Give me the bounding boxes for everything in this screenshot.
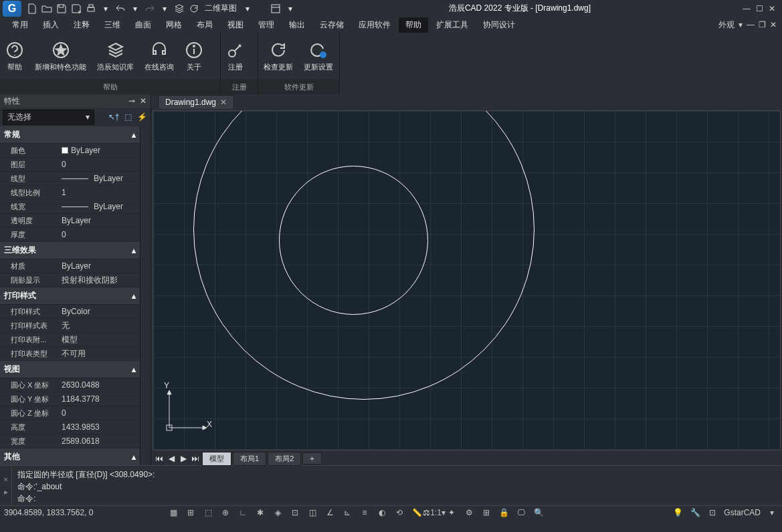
tab-prev-icon[interactable]: ◀ (166, 453, 177, 464)
menu-surface[interactable]: 曲面 (128, 17, 158, 33)
circle-inner[interactable] (279, 166, 428, 315)
menu-collab[interactable]: 协同设计 (476, 17, 522, 33)
save-icon[interactable] (55, 2, 68, 15)
osnap-icon[interactable]: ⊡ (289, 507, 301, 519)
menu-help[interactable]: 帮助 (399, 17, 428, 33)
tab-close-icon[interactable]: ✕ (220, 98, 227, 107)
whatsnew-button[interactable]: 新增和特色功能 (29, 33, 92, 80)
cycle-icon[interactable]: ⟲ (393, 507, 405, 519)
viewport[interactable]: X Y (153, 110, 781, 450)
tab-layout2[interactable]: 布局2 (268, 452, 301, 466)
prop-value[interactable]: 1433.9853 (62, 422, 140, 432)
prop-row[interactable]: 阴影显示投射和接收阴影 (0, 273, 140, 287)
hardware-icon[interactable]: 🔧 (689, 507, 701, 519)
cmd-input[interactable]: 命令: (17, 493, 777, 505)
checkupdate-button[interactable]: 检查更新 (258, 33, 298, 80)
annovis-icon[interactable]: ✦ (446, 507, 458, 519)
chevron-down-icon[interactable]: ▾ (128, 2, 142, 15)
chevron-down-icon[interactable]: ▾ (158, 2, 171, 15)
menu-ext[interactable]: 扩展工具 (429, 17, 475, 33)
prop-value[interactable]: 投射和接收阴影 (62, 275, 140, 286)
help-button[interactable]: 帮助 (0, 33, 29, 80)
close-icon[interactable]: ✕ (769, 4, 775, 13)
filter-icon[interactable]: ⚡ (136, 111, 148, 123)
dyn-icon[interactable]: ⊕ (219, 507, 231, 519)
isolate-icon[interactable]: 💡 (672, 507, 684, 519)
menu-3d[interactable]: 三维 (98, 17, 127, 33)
new-icon[interactable] (25, 2, 39, 15)
grid-icon[interactable]: ▦ (167, 507, 179, 519)
ducs-icon[interactable]: ⊾ (341, 507, 353, 519)
mdi-minimize-icon[interactable]: — (747, 20, 755, 29)
3dosnap-icon[interactable]: ◫ (306, 507, 318, 519)
workspace-selector[interactable]: 二维草图 (202, 1, 239, 15)
lock-icon[interactable]: 🔒 (498, 507, 510, 519)
knowledgebase-button[interactable]: 浩辰知识库 (92, 33, 139, 80)
prop-value[interactable]: ByLayer (62, 216, 140, 225)
magnify-icon[interactable]: 🔍 (532, 507, 545, 519)
prop-row[interactable]: 打印样式表无 (0, 319, 140, 333)
menu-manage[interactable]: 管理 (252, 17, 281, 33)
prop-value[interactable]: ByColor (62, 307, 140, 316)
menu-annotate[interactable]: 注释 (67, 17, 96, 33)
chat-button[interactable]: 在线咨询 (139, 33, 179, 80)
prop-value[interactable]: 0 (62, 230, 140, 239)
register-button[interactable]: 注册 (221, 33, 250, 80)
clean-icon[interactable]: ⊡ (706, 507, 718, 519)
annoauto-icon[interactable]: ⚙ (463, 507, 475, 519)
prop-value[interactable]: ByLayer (62, 261, 140, 271)
prop-row[interactable]: 线宽ByLayer (0, 200, 140, 214)
pick-icon[interactable]: ↖† (108, 111, 120, 123)
infer-icon[interactable]: ⬚ (202, 507, 214, 519)
transparency-icon[interactable]: ◐ (376, 507, 388, 519)
pin-icon[interactable]: ⊸ (128, 96, 135, 106)
prop-section[interactable]: 视图▴ (0, 361, 140, 378)
prop-value[interactable]: 0 (62, 408, 140, 418)
prop-value[interactable]: 无 (62, 320, 140, 331)
updatesettings-button[interactable]: 更新设置 (298, 33, 338, 80)
layout-icon[interactable] (269, 2, 282, 15)
menu-mesh[interactable]: 网格 (159, 17, 189, 33)
iso-icon[interactable]: ◈ (272, 507, 284, 519)
prop-row[interactable]: 透明度ByLayer (0, 214, 140, 228)
prop-row[interactable]: 高度1433.9853 (0, 420, 140, 434)
doc-tab[interactable]: Drawing1.dwg✕ (158, 95, 234, 109)
print-icon[interactable] (84, 2, 98, 15)
tab-last-icon[interactable]: ⏭ (190, 453, 201, 464)
prop-value[interactable]: ByLayer (62, 146, 140, 155)
undo-icon[interactable] (114, 2, 127, 15)
prop-row[interactable]: 线型比例1 (0, 186, 140, 200)
prop-value[interactable]: ByLayer (62, 202, 140, 211)
menu-layout[interactable]: 布局 (190, 17, 219, 33)
about-button[interactable]: 关于 (179, 33, 209, 80)
tab-next-icon[interactable]: ▶ (178, 453, 189, 464)
prop-row[interactable]: 圆心 Y 坐标1184.3778 (0, 392, 140, 406)
scale-icon[interactable]: 📏 (411, 507, 423, 519)
prop-row[interactable]: 厚度0 (0, 228, 140, 242)
prop-value[interactable]: 2630.0488 (62, 380, 140, 390)
chevron-down-icon[interactable]: ▾ (739, 20, 743, 29)
prop-row[interactable]: 宽度2589.0618 (0, 434, 140, 448)
chevron-down-icon[interactable]: ▾ (99, 2, 112, 15)
chevron-down-icon[interactable]: ▾ (241, 2, 254, 15)
prop-row[interactable]: 颜色ByLayer (0, 144, 140, 158)
prop-section[interactable]: 打印样式▴ (0, 287, 140, 305)
prop-value[interactable]: 2589.0618 (62, 436, 140, 446)
mdi-close-icon[interactable]: ✕ (770, 20, 777, 29)
mdi-restore-icon[interactable]: ❐ (759, 20, 766, 29)
layers-icon[interactable] (173, 2, 186, 15)
menu-view[interactable]: 视图 (221, 17, 250, 33)
snap-icon[interactable]: ⊞ (185, 507, 197, 519)
prop-value[interactable]: 1184.3778 (62, 394, 140, 404)
menu-apps[interactable]: 应用软件 (352, 17, 397, 33)
quickselect-icon[interactable]: ⬚ (122, 111, 134, 123)
prop-row[interactable]: 打印样式ByColor (0, 305, 140, 319)
prop-value[interactable]: 不可用 (62, 348, 140, 360)
otrack-icon[interactable]: ∠ (324, 507, 336, 519)
prop-row[interactable]: 图层0 (0, 158, 140, 172)
tab-model[interactable]: 模型 (202, 452, 231, 466)
coordinates[interactable]: 3904.8589, 1833.7562, 0 (4, 508, 165, 517)
prop-row[interactable]: 材质ByLayer (0, 259, 140, 273)
workspace-icon[interactable]: ⊞ (480, 507, 492, 519)
cmd-handle[interactable]: ×▸ (0, 466, 12, 505)
